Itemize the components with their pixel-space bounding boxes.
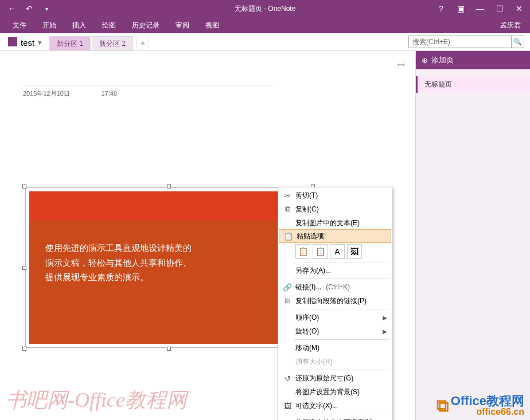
slide-text-3: 提供展现专业素质的演示。 (45, 270, 292, 285)
ctx-copy-text[interactable]: 复制图片中的文本(E) (278, 216, 392, 230)
page-list: 无标题页 (416, 69, 530, 93)
ctx-restore[interactable]: ↺ 还原为原始尺寸(G) (278, 371, 392, 385)
context-menu: ✂ 剪切(T) ⧉ 复制(C) 复制图片中的文本(E) 📋 粘贴选项: 📋 📋 … (278, 187, 392, 420)
search-container: 🔍 (408, 36, 524, 48)
ctx-move[interactable]: 移动(M) (278, 341, 392, 355)
menu-draw[interactable]: 绘图 (94, 18, 124, 33)
menu-review[interactable]: 审阅 (167, 18, 197, 33)
slide-text-2: 演示文稿，轻松与其他人共享和协作、 (45, 256, 292, 270)
close-icon[interactable]: ✕ (512, 2, 527, 15)
fullscreen-toggle-icon[interactable]: ⤢ (395, 58, 408, 71)
notebook-dropdown-icon[interactable]: ▼ (37, 40, 42, 46)
embedded-image[interactable]: 使用先进的演示工具直观地设计精美的 演示文稿，轻松与其他人共享和协作、 提供展现… (25, 187, 312, 348)
notebook-name[interactable]: test (21, 38, 34, 48)
user-name[interactable]: 孟庆君 (500, 21, 525, 30)
back-icon[interactable]: ← (6, 2, 18, 15)
ctx-copy-link[interactable]: ⎘ 复制指向段落的链接(P) (278, 294, 392, 308)
ctx-rotate[interactable]: 旋转(O) ▶ (278, 324, 392, 338)
help-icon[interactable]: ? (434, 2, 449, 15)
paste-options-row: 📋 📋 A 🖼 (278, 242, 392, 261)
paste-merge[interactable]: 📋 (313, 244, 328, 259)
menu-bar: 文件 开始 插入 绘图 历史记录 审阅 视图 孟庆君 (0, 17, 530, 33)
notebook-icon[interactable] (8, 37, 17, 46)
restore-icon: ↺ (282, 374, 293, 383)
page-time: 17:48 (101, 90, 117, 97)
ctx-link[interactable]: 🔗 链接(I)...(Ctrl+K) (278, 280, 392, 294)
ctx-searchable[interactable]: 使图像中的文本可搜索(K) ▶ (278, 415, 392, 420)
paste-picture[interactable]: 🖼 (347, 244, 362, 259)
menu-file[interactable]: 文件 (5, 18, 34, 33)
section-tab-1[interactable]: 新分区 1 (49, 36, 91, 50)
ctx-save-as[interactable]: 另存为(A)... (278, 264, 392, 277)
chevron-right-icon: ▶ (383, 328, 387, 335)
plus-icon: ⊕ (422, 56, 428, 65)
minimize-icon[interactable]: — (473, 2, 488, 15)
chevron-right-icon: ▶ (383, 315, 387, 321)
page-date: 2015年12月10日 (23, 90, 70, 97)
copy-icon: ⧉ (282, 205, 293, 214)
menu-home[interactable]: 开始 (34, 18, 64, 33)
ctx-set-bg[interactable]: 将图片设置为背景(S) (278, 385, 392, 399)
add-section-button[interactable]: + (137, 37, 149, 49)
cut-icon: ✂ (282, 191, 293, 200)
search-icon[interactable]: 🔍 (512, 36, 524, 48)
ctx-cut[interactable]: ✂ 剪切(T) (278, 189, 392, 202)
ctx-order[interactable]: 顺序(O) ▶ (278, 311, 392, 324)
undo-icon[interactable]: ↶ (23, 2, 36, 15)
ctx-paste-options[interactable]: 📋 粘贴选项: (279, 229, 391, 243)
window-title: 无标题页 - OneNote (235, 4, 296, 14)
ctx-resize: 调整大小(R) (278, 355, 392, 368)
paste-keep-formatting[interactable]: 📋 (295, 244, 310, 259)
ctx-copy[interactable]: ⧉ 复制(C) (278, 202, 392, 216)
title-bar: ← ↶ ▾ 无标题页 - OneNote ? ▣ — ☐ ✕ (0, 0, 530, 17)
page-panel: ⊕ 添加页 无标题页 (415, 51, 530, 420)
paste-icon: 📋 (283, 232, 294, 241)
alt-text-icon: 🖼 (282, 402, 293, 410)
customize-qat-icon[interactable]: ▾ (40, 2, 53, 15)
workspace: ⤢ 2015年12月10日 17:48 使用先进的演示工具直观地设计精美的 演示… (0, 51, 530, 420)
copy-link-icon: ⎘ (282, 297, 293, 305)
add-page-label: 添加页 (431, 55, 454, 65)
search-input[interactable] (408, 36, 512, 48)
link-icon: 🔗 (282, 283, 293, 292)
menu-view[interactable]: 视图 (197, 18, 227, 33)
paste-text-only[interactable]: A (330, 244, 345, 259)
section-tab-2[interactable]: 新分区 2 (92, 36, 133, 50)
ctx-alt-text[interactable]: 🖼 可选文字(X)... (278, 399, 392, 413)
fullscreen-icon[interactable]: ▣ (453, 2, 468, 15)
tab-bar: test ▼ 新分区 1 新分区 2 + 🔍 (0, 33, 530, 51)
menu-insert[interactable]: 插入 (64, 18, 94, 33)
slide-content: 使用先进的演示工具直观地设计精美的 演示文稿，轻松与其他人共享和协作、 提供展现… (29, 191, 308, 344)
slide-text-1: 使用先进的演示工具直观地设计精美的 (45, 241, 292, 256)
page-list-item[interactable]: 无标题页 (416, 76, 530, 93)
menu-history[interactable]: 历史记录 (124, 18, 167, 33)
add-page-button[interactable]: ⊕ 添加页 (416, 51, 530, 69)
maximize-icon[interactable]: ☐ (492, 2, 507, 15)
page-title-input[interactable] (23, 68, 275, 85)
